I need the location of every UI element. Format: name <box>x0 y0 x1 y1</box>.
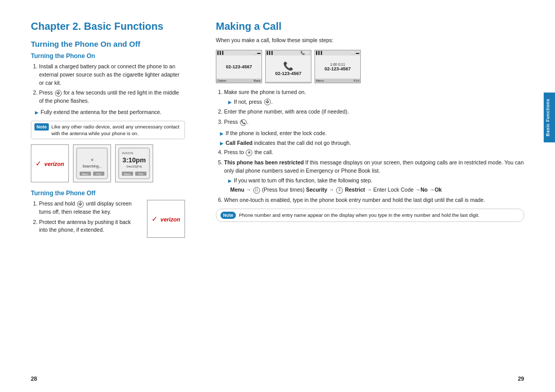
chapter-title: Chapter 2. Basic Functions <box>31 21 185 32</box>
screen2-icons: 📞 ⬜ <box>301 51 310 55</box>
note-box-call: Note Phone number and entry name appear … <box>216 209 524 222</box>
phone-images-row: ✓ verizon ✕ Searching... Menu P1# <box>31 144 185 182</box>
screen3-content: 1:00 0:11 02-123-4567 <box>315 55 360 79</box>
call-step-1: Make sure the phone is turned on. ▶ If n… <box>224 88 524 106</box>
verizon-screen-1: ✓ verizon <box>31 144 69 182</box>
searching-screen: ✕ Searching... Menu P1# <box>73 144 111 182</box>
verizon-text-2: verizon <box>160 216 180 222</box>
call-steps-list: Make sure the phone is turned on. ▶ If n… <box>224 88 524 126</box>
call-bullet-failed: ▶ Call Failed indicates that the call di… <box>220 139 524 147</box>
call-step-6: When one-touch is enabled, type in the p… <box>224 196 524 204</box>
making-call-title: Making a Call <box>216 21 524 32</box>
screen1-back: Back <box>254 79 261 82</box>
on-step-1: Install a charged battery pack or connec… <box>39 63 185 87</box>
off-step-1: Press and hold ⏻ until display screen tu… <box>39 200 141 216</box>
svg-text:P1#: P1# <box>139 173 143 176</box>
phone-screens-row: ▌▌▌ ⬜ ▬ 02-123-4567 Option Back ▌▌▌ 📞 ⬜ <box>216 50 524 83</box>
section-title: Turning the Phone On and Off <box>31 40 185 48</box>
two-icon: 2 <box>336 187 343 194</box>
screen2-phone-icon: 📞 <box>283 61 293 71</box>
svg-text:3:10pm: 3:10pm <box>122 156 146 164</box>
turning-off-section: Turning the Phone Off Press and hold ⏻ u… <box>31 190 185 238</box>
verizon-text-1: verizon <box>44 161 64 167</box>
making-call-intro: When you make a call, follow these simpl… <box>216 36 524 45</box>
screen1-signal: ▌▌▌ <box>217 51 225 55</box>
nav-icon: ⟨⟩ <box>253 187 260 194</box>
send-icon: 📞 <box>240 119 247 126</box>
call-screen-2: ▌▌▌ 📞 ⬜ 📞 02-123-4567 <box>265 50 311 83</box>
on-bullet: ▶ Fully extend the antenna for the best … <box>35 108 185 117</box>
screen1-number: 02-123-4567 <box>218 64 260 69</box>
bullet-tri-4: ▶ <box>228 178 232 185</box>
screen2-content: 📞 02-123-4567 <box>266 55 311 82</box>
call-screen-3: ▌▌▌ ⬜ ▬ 1:00 0:11 02-123-4567 Menu P14 <box>314 50 361 83</box>
on-steps-list: Install a charged battery pack or connec… <box>39 63 185 105</box>
page-number-left: 28 <box>31 376 37 382</box>
screen1-option: Option <box>217 79 227 82</box>
screen1-content: 02-123-4567 <box>216 55 262 79</box>
svg-text:P1#: P1# <box>97 173 101 176</box>
note-box-on: Note Like any other radio device, avoid … <box>31 121 185 140</box>
page-container: Chapter 2. Basic Functions Turning the P… <box>0 0 555 392</box>
bullet-tri-2: ▶ <box>220 130 224 138</box>
svg-text:Menu: Menu <box>82 173 89 176</box>
screen3-signal: ▌▌▌ <box>316 51 323 55</box>
call-bullet-locked: ▶ If the phone is locked, enter the lock… <box>220 129 524 138</box>
screen1-topbar: ▌▌▌ ⬜ ▬ <box>216 50 262 55</box>
screen2-bottombar <box>266 82 311 83</box>
call-screen-1: ▌▌▌ ⬜ ▬ 02-123-4567 Option Back <box>216 50 262 83</box>
subsection-off-title: Turning the Phone Off <box>31 190 185 197</box>
left-column: Chapter 2. Basic Functions Turning the P… <box>0 0 200 392</box>
screen1-icons: ⬜ ▬ <box>252 51 261 55</box>
svg-text:VERIZON: VERIZON <box>122 152 134 155</box>
off-steps-list: Press and hold ⏻ until display screen tu… <box>39 200 141 234</box>
verizon-check-2: ✓ <box>152 215 158 223</box>
page-number-right: 29 <box>518 376 524 382</box>
turning-off-row: Press and hold ⏻ until display screen tu… <box>31 200 185 238</box>
screen3-bottombar: Menu P14 <box>315 79 360 83</box>
side-tab: Basic Functions <box>544 92 555 142</box>
call-step-3: Press 📞. <box>224 118 524 126</box>
power-icon-2: ⏻ <box>264 99 271 105</box>
power-icon: ⏻ <box>55 90 62 97</box>
svg-text:Searching...: Searching... <box>82 164 101 169</box>
call-step-5: This phone has been restricted If this m… <box>224 159 524 194</box>
svg-text:✕: ✕ <box>90 158 94 162</box>
screen2-topbar: ▌▌▌ 📞 ⬜ <box>266 50 311 55</box>
off-steps-text: Press and hold ⏻ until display screen tu… <box>31 200 141 237</box>
screen1-bottombar: Option Back <box>216 79 262 83</box>
bullet-tri-3: ▶ <box>220 140 224 147</box>
screen3-number: 02-123-4567 <box>317 66 358 71</box>
end-icon: ⊗ <box>246 150 252 156</box>
note-text-call: Phone number and entry name appear on th… <box>239 212 479 218</box>
bullet-triangle-icon: ▶ <box>35 109 39 117</box>
verizon-check: ✓ <box>35 159 42 167</box>
screen3-time-icons: ⬜ ▬ <box>351 51 359 55</box>
screen2-signal: ▌▌▌ <box>267 51 274 55</box>
note-circle-label: Note <box>220 212 236 219</box>
note-label: Note <box>34 123 49 131</box>
screen3-menu: Menu <box>316 79 324 82</box>
time-screen: VERIZON 3:10pm Dec/21[Fri] Menu P1# <box>115 144 153 182</box>
svg-text:Menu: Menu <box>124 173 131 176</box>
call-failed-label: Call Failed <box>226 140 253 146</box>
restricted-label: This phone has been restricted <box>224 159 304 165</box>
call-bullet-restrict: ▶ If you want to turn off this function,… <box>228 177 524 185</box>
verizon-screen-2: ✓ verizon <box>147 200 185 238</box>
on-step-2: Press ⏻ for a few seconds until the red … <box>39 89 185 105</box>
screen3-p14: P14 <box>354 79 359 82</box>
right-column: Making a Call When you make a call, foll… <box>200 0 555 392</box>
call-step-2: Enter the phone number, with area code (… <box>224 108 524 116</box>
off-step-2: Protect the antenna by pushing it back i… <box>39 218 141 235</box>
subsection-on-title: Turning the Phone On <box>31 52 185 60</box>
bullet-tri-1: ▶ <box>228 99 232 106</box>
svg-text:Dec/21[Fri]: Dec/21[Fri] <box>126 165 142 168</box>
power-off-icon: ⏻ <box>77 201 84 208</box>
screen2-number: 02-123-4567 <box>275 71 301 76</box>
call-step-4: Press to ⊗ the call. <box>224 148 524 157</box>
screen3-timer: 1:00 0:11 <box>317 63 358 66</box>
call-steps-list-2: Press to ⊗ the call. This phone has been… <box>224 148 524 204</box>
call-bullet-1: ▶ If not, press ⏻. <box>228 98 524 106</box>
menu-instruction: Menu → ⟨⟩ (Press four times) Security → … <box>230 186 524 194</box>
screen3-topbar: ▌▌▌ ⬜ ▬ <box>315 50 360 55</box>
